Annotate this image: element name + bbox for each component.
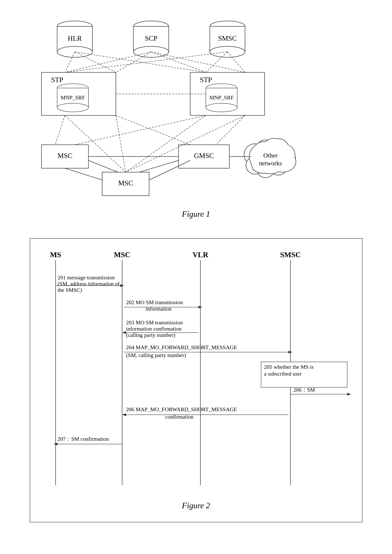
svg-text:STP: STP xyxy=(51,76,63,84)
svg-marker-98 xyxy=(122,413,126,416)
svg-line-57 xyxy=(216,115,245,145)
svg-text:MNP_SRF: MNP_SRF xyxy=(209,95,234,101)
figure1-container: HLR SCP SMSC STP xyxy=(30,12,363,230)
svg-line-61 xyxy=(149,160,190,180)
svg-line-54 xyxy=(116,115,126,172)
stp-left-node: STP MNP_SRF xyxy=(42,72,116,115)
svg-text:HLR: HLR xyxy=(68,35,82,42)
svg-line-63 xyxy=(139,160,178,172)
gmsc-node: GMSC xyxy=(178,145,229,168)
svg-text:206：SM: 206：SM xyxy=(293,387,315,393)
svg-text:MSC: MSC xyxy=(57,152,72,160)
svg-text:confirmation: confirmation xyxy=(165,414,194,420)
svg-text:206 MAP_MO_FORWARD_SHORT_MESSA: 206 MAP_MO_FORWARD_SHORT_MESSAGE xyxy=(126,406,237,412)
svg-text:202 MO SM transmission: 202 MO SM transmission xyxy=(126,299,183,305)
svg-text:STP: STP xyxy=(200,76,212,84)
svg-text:(SM, address information of: (SM, address information of xyxy=(57,281,120,287)
svg-marker-83 xyxy=(122,331,126,334)
svg-point-22 xyxy=(206,103,237,112)
svg-text:MNP_SRF: MNP_SRF xyxy=(61,95,85,101)
svg-line-55 xyxy=(75,115,206,145)
page: HLR SCP SMSC STP xyxy=(16,12,376,522)
figure2-svg: MS MSC VLR SMSC 201 message transmission… xyxy=(40,247,353,497)
svg-line-60 xyxy=(65,168,102,180)
svg-text:GMSC: GMSC xyxy=(194,152,214,160)
svg-text:SMSC: SMSC xyxy=(218,35,237,42)
svg-text:MSC: MSC xyxy=(118,179,133,187)
figure1-svg: HLR SCP SMSC STP xyxy=(30,12,363,203)
svg-line-62 xyxy=(88,160,118,172)
svg-text:SMSC: SMSC xyxy=(280,251,301,259)
svg-text:MSC: MSC xyxy=(114,251,130,259)
svg-text:205 whether the MS is: 205 whether the MS is xyxy=(264,364,314,370)
figure1-caption: Figure 1 xyxy=(30,209,363,219)
svg-text:VLR: VLR xyxy=(192,251,208,259)
svg-text:201   message transmission: 201 message transmission xyxy=(57,274,115,281)
svg-text:SCP: SCP xyxy=(145,35,157,42)
svg-marker-95 xyxy=(347,393,351,395)
svg-text:(SM, calling party number): (SM, calling party number) xyxy=(126,352,186,358)
svg-text:(calling party number): (calling party number) xyxy=(126,332,175,338)
svg-line-51 xyxy=(55,115,65,145)
figure2-container: MS MSC VLR SMSC 201 message transmission… xyxy=(30,238,363,522)
svg-text:networks: networks xyxy=(259,160,282,167)
svg-text:204    MAP_MO_FORWARD_SHORT_ME: 204 MAP_MO_FORWARD_SHORT_MESSAGE xyxy=(126,344,237,350)
svg-line-53 xyxy=(116,115,190,145)
svg-line-41 xyxy=(75,52,116,72)
svg-text:Other: Other xyxy=(263,152,278,159)
other-networks-node: Other networks xyxy=(244,138,296,178)
svg-text:207：SM confirmation: 207：SM confirmation xyxy=(57,436,109,442)
msc-left-node: MSC xyxy=(42,145,88,168)
svg-text:a subscribed user: a subscribed user xyxy=(264,371,302,377)
svg-text:the SMSC): the SMSC) xyxy=(57,287,82,293)
svg-text:MS: MS xyxy=(50,251,61,259)
svg-point-16 xyxy=(57,103,88,112)
svg-text:information: information xyxy=(146,306,171,312)
figure2-caption: Figure 2 xyxy=(40,501,352,510)
svg-text:203   MO SM transmission: 203 MO SM transmission xyxy=(126,319,183,325)
msc-bottom-node: MSC xyxy=(102,172,149,196)
svg-text:information   confirmation: information confirmation xyxy=(126,326,182,332)
